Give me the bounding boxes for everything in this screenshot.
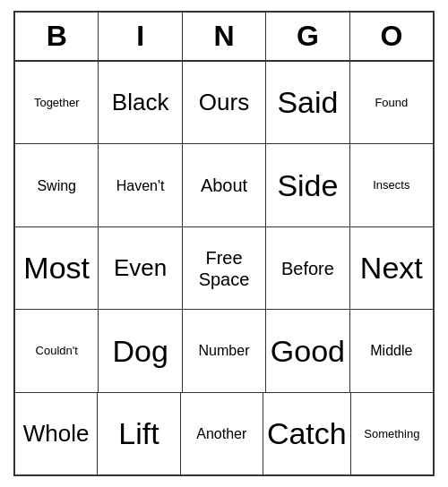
bingo-cell-0-4: Found [350, 62, 433, 143]
bingo-cell-2-1: Even [99, 227, 182, 309]
bingo-cell-4-3: Catch [263, 393, 351, 474]
bingo-cell-2-0: Most [15, 227, 99, 309]
bingo-header: BINGO [15, 13, 433, 62]
bingo-cell-4-2: Another [181, 393, 263, 474]
bingo-cell-3-2: Number [183, 310, 266, 391]
bingo-row-1: SwingHaven'tAboutSideInsects [15, 144, 433, 226]
bingo-cell-4-1: Lift [98, 393, 180, 474]
bingo-cell-0-3: Said [266, 62, 349, 143]
header-letter-B: B [15, 13, 99, 60]
bingo-cell-3-0: Couldn't [15, 310, 99, 391]
header-letter-G: G [266, 13, 349, 60]
bingo-cell-3-3: Good [266, 310, 349, 391]
bingo-cell-2-4: Next [350, 227, 433, 309]
header-letter-I: I [99, 13, 182, 60]
bingo-row-2: MostEvenFree SpaceBeforeNext [15, 227, 433, 310]
bingo-cell-1-3: Side [266, 144, 349, 226]
bingo-cell-1-0: Swing [15, 144, 99, 226]
bingo-cell-1-2: About [183, 144, 266, 226]
bingo-cell-3-4: Middle [350, 310, 433, 391]
bingo-cell-4-0: Whole [15, 393, 98, 474]
bingo-card: BINGO TogetherBlackOursSaidFoundSwingHav… [13, 11, 435, 476]
bingo-cell-4-4: Something [351, 393, 433, 474]
bingo-cell-1-1: Haven't [99, 144, 182, 226]
header-letter-N: N [183, 13, 266, 60]
bingo-cell-1-4: Insects [350, 144, 433, 226]
bingo-row-3: Couldn'tDogNumberGoodMiddle [15, 310, 433, 392]
bingo-cell-2-2: Free Space [183, 227, 266, 309]
bingo-cell-3-1: Dog [99, 310, 182, 391]
bingo-grid: TogetherBlackOursSaidFoundSwingHaven'tAb… [15, 62, 433, 474]
header-letter-O: O [350, 13, 433, 60]
bingo-cell-0-2: Ours [183, 62, 266, 143]
bingo-row-0: TogetherBlackOursSaidFound [15, 62, 433, 144]
bingo-row-4: WholeLiftAnotherCatchSomething [15, 393, 433, 474]
bingo-cell-0-0: Together [15, 62, 99, 143]
bingo-cell-2-3: Before [266, 227, 349, 309]
bingo-cell-0-1: Black [99, 62, 182, 143]
